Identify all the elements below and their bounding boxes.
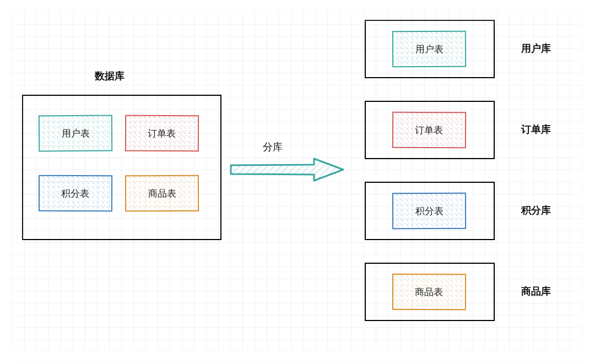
source-db-title: 数据库 — [95, 69, 125, 83]
target-table-3: 商品表 — [392, 274, 466, 310]
target-table-2: 积分表 — [392, 193, 466, 229]
target-table-0: 用户表 — [392, 31, 466, 68]
target-table-1-label: 订单表 — [415, 123, 443, 136]
table-order: 订单表 — [125, 115, 199, 152]
target-db-1-label: 订单库 — [521, 123, 551, 136]
target-table-3-label: 商品表 — [415, 285, 443, 298]
target-table-0-label: 用户表 — [415, 42, 443, 55]
table-user: 用户表 — [39, 115, 112, 152]
target-db-3-label: 商品库 — [521, 285, 551, 298]
table-product: 商品表 — [125, 175, 199, 212]
target-table-2-label: 积分表 — [415, 204, 443, 217]
table-points: 积分表 — [39, 175, 112, 211]
arrow-icon — [229, 155, 347, 184]
table-points-label: 积分表 — [61, 187, 89, 199]
table-order-label: 订单表 — [148, 127, 176, 139]
action-label: 分库 — [263, 140, 283, 154]
table-product-label: 商品表 — [148, 187, 176, 199]
target-db-0-label: 用户库 — [521, 42, 551, 55]
table-user-label: 用户表 — [61, 127, 89, 139]
target-db-2-label: 积分库 — [521, 204, 551, 217]
target-table-1: 订单表 — [392, 112, 466, 149]
